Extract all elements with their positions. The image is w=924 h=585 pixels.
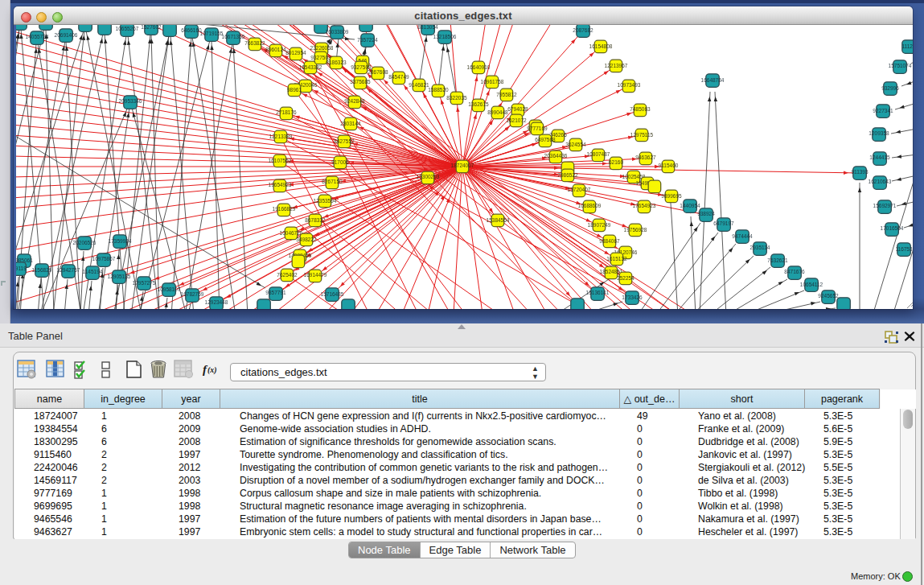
svg-text:18907249: 18907249 [588, 222, 611, 228]
svg-text:20364436: 20364436 [544, 153, 568, 159]
svg-text:9242848: 9242848 [344, 98, 365, 104]
svg-text:(x): (x) [207, 365, 217, 375]
svg-text:9857791: 9857791 [265, 290, 286, 295]
svg-text:7986522: 7986522 [557, 172, 578, 178]
svg-text:2867608: 2867608 [368, 69, 388, 75]
svg-text:938924: 938924 [697, 211, 715, 216]
svg-text:8678332: 8678332 [305, 217, 326, 223]
svg-text:9899695: 9899695 [661, 193, 682, 199]
svg-text:15716485: 15716485 [321, 291, 344, 297]
svg-text:1615132: 1615132 [606, 256, 627, 262]
svg-text:23226058: 23226058 [310, 45, 334, 51]
svg-text:98961: 98961 [287, 87, 302, 93]
svg-text:7632621: 7632621 [767, 257, 788, 263]
svg-text:16782759: 16782759 [181, 291, 204, 297]
svg-text:2803144: 2803144 [340, 121, 361, 126]
svg-text:12905135: 12905135 [108, 274, 131, 279]
svg-text:12923448: 12923448 [205, 299, 228, 305]
svg-text:6479197: 6479197 [713, 220, 734, 226]
svg-text:12213389: 12213389 [269, 134, 293, 139]
svg-text:6794028: 6794028 [507, 106, 528, 112]
svg-text:10654112: 10654112 [800, 282, 823, 287]
svg-text:1156829: 1156829 [32, 267, 52, 273]
svg-text:8427552: 8427552 [334, 138, 355, 144]
svg-text:62160: 62160 [609, 159, 623, 165]
svg-text:7663822: 7663822 [244, 40, 265, 46]
svg-text:20953346: 20953346 [119, 98, 142, 104]
svg-text:1244415: 1244415 [869, 154, 890, 160]
svg-text:8990448: 8990448 [487, 109, 508, 115]
svg-text:20691406: 20691406 [55, 32, 78, 38]
svg-text:19654923: 19654923 [269, 182, 292, 187]
svg-text:10973493: 10973493 [618, 82, 641, 88]
svg-text:10688609: 10688609 [578, 203, 602, 208]
svg-text:8322035: 8322035 [446, 95, 467, 101]
svg-text:16961758: 16961758 [481, 79, 504, 84]
svg-text:15136141: 15136141 [586, 290, 610, 295]
svg-text:15751074: 15751074 [889, 63, 912, 68]
svg-text:9463627: 9463627 [635, 154, 656, 160]
svg-text:3375685: 3375685 [350, 79, 371, 84]
svg-text:8471676: 8471676 [784, 269, 805, 274]
svg-text:2087682: 2087682 [573, 27, 593, 33]
svg-text:15300293: 15300293 [417, 174, 440, 179]
svg-text:17654923: 17654923 [633, 203, 656, 208]
svg-text:8912954: 8912954 [285, 50, 306, 56]
svg-text:16154808: 16154808 [589, 43, 613, 49]
svg-text:9115460: 9115460 [659, 163, 679, 168]
svg-text:10958107: 10958107 [158, 286, 181, 292]
svg-text:17016504: 17016504 [881, 225, 904, 231]
svg-text:16671355: 16671355 [222, 34, 245, 39]
svg-text:9884067: 9884067 [599, 238, 620, 244]
svg-text:16543382: 16543382 [299, 64, 322, 70]
svg-text:16107552: 16107552 [269, 158, 292, 163]
svg-text:16033809: 16033809 [326, 29, 349, 35]
svg-text:10975867: 10975867 [92, 256, 116, 262]
svg-text:11123: 11123 [901, 43, 913, 49]
svg-text:15692971: 15692971 [873, 203, 897, 208]
svg-text:9245652: 9245652 [818, 293, 839, 299]
svg-text:39119: 39119 [16, 266, 27, 271]
svg-text:7485063: 7485063 [630, 106, 651, 112]
svg-text:16640910: 16640910 [467, 64, 491, 70]
svg-text:12975115: 12975115 [630, 132, 654, 138]
svg-text:6466160: 6466160 [181, 27, 202, 33]
svg-text:1588520: 1588520 [428, 87, 449, 93]
svg-text:1527602: 1527602 [141, 25, 162, 30]
svg-text:12942757: 12942757 [57, 267, 80, 273]
svg-text:19756928: 19756928 [624, 227, 647, 233]
svg-text:10807487: 10807487 [587, 151, 610, 157]
svg-text:10046726: 10046726 [280, 230, 303, 236]
svg-text:9777169: 9777169 [527, 126, 548, 131]
svg-text:8960124: 8960124 [265, 47, 286, 52]
svg-text:911393: 911393 [851, 169, 869, 175]
svg-text:917006: 917006 [331, 159, 349, 165]
svg-text:1145194: 1145194 [83, 269, 103, 274]
svg-text:8186323: 8186323 [326, 60, 347, 65]
svg-text:14055724: 14055724 [26, 34, 49, 39]
svg-text:8267150: 8267150 [322, 179, 343, 184]
svg-text:9146821: 9146821 [409, 82, 429, 88]
svg-text:2935114: 2935114 [750, 245, 770, 250]
svg-text:1362615: 1362615 [468, 101, 489, 107]
svg-text:116753: 116753 [895, 246, 913, 252]
svg-text:6497568: 6497568 [535, 137, 556, 142]
svg-text:7955812: 7955812 [496, 92, 517, 97]
svg-text:17957275: 17957275 [133, 280, 156, 286]
svg-text:1733426: 1733426 [622, 295, 643, 300]
svg-text:16648784: 16648784 [701, 77, 725, 83]
svg-text:17359924: 17359924 [109, 238, 132, 244]
svg-text:1621072: 1621072 [506, 117, 527, 123]
svg-text:3624554: 3624554 [565, 142, 586, 147]
svg-text:252254: 252254 [617, 275, 634, 281]
svg-text:20206526: 20206526 [73, 240, 97, 245]
svg-text:10655267: 10655267 [116, 26, 139, 31]
svg-text:18724007: 18724007 [451, 163, 474, 168]
svg-text:13218506: 13218506 [433, 34, 457, 39]
svg-text:19166829: 19166829 [273, 206, 296, 212]
svg-text:9474444: 9474444 [732, 233, 753, 239]
svg-text:1209358: 1209358 [869, 130, 889, 136]
svg-text:15384554: 15384554 [487, 217, 510, 223]
svg-text:12213967: 12213967 [605, 63, 628, 68]
svg-text:12353594: 12353594 [314, 198, 337, 204]
